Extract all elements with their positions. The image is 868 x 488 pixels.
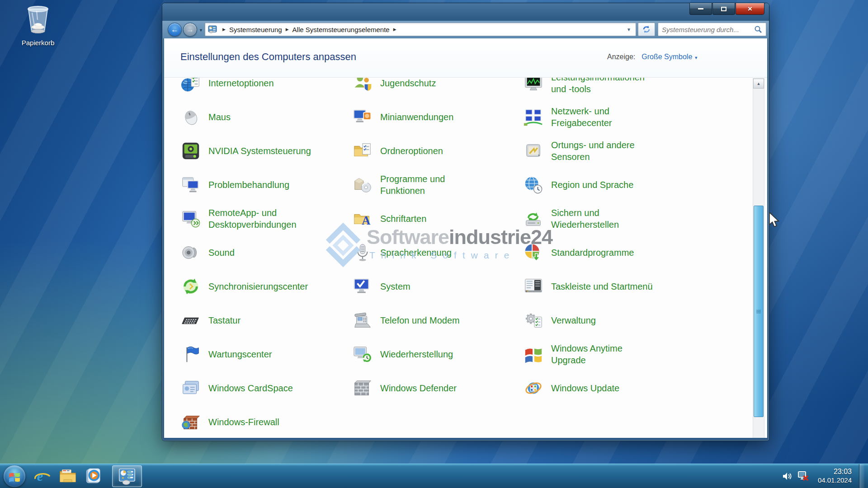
start-icon — [8, 469, 21, 483]
control-panel-item-label: Sichern und Wiederherstellen — [551, 207, 619, 230]
breadcrumb-segment[interactable]: Alle Systemsteuerungselemente — [292, 26, 390, 33]
control-panel-item[interactable]: Ortungs- und andere Sensoren — [523, 134, 767, 168]
control-panel-item[interactable]: Maus — [180, 100, 352, 134]
control-panel-item[interactable]: Windows CardSpace — [180, 371, 352, 405]
close-icon: × — [748, 5, 752, 13]
search-input[interactable] — [662, 26, 754, 33]
troubleshoot-icon — [180, 174, 201, 195]
control-panel-item[interactable]: Ordneroptionen — [352, 134, 523, 168]
control-panel-item-label: Region und Sprache — [551, 179, 633, 191]
sync-icon — [180, 276, 201, 297]
control-panel-item[interactable]: Leistungsinformationen und -tools — [523, 77, 767, 100]
taskbar-media-player[interactable] — [84, 465, 103, 487]
refresh-icon — [642, 25, 651, 34]
taskbar-internet-explorer[interactable]: e — [33, 465, 52, 487]
control-panel-item[interactable]: Sound — [180, 235, 352, 269]
control-panel-item[interactable]: Synchronisierungscenter — [180, 269, 352, 303]
recycle-bin[interactable]: Papierkorb — [17, 4, 59, 47]
minimize-button[interactable] — [689, 3, 712, 15]
recycle-bin-label: Papierkorb — [17, 39, 59, 47]
window-titlebar[interactable] — [162, 3, 769, 21]
network-icon — [523, 107, 544, 127]
breadcrumb-separator-icon: ▶ — [393, 27, 396, 32]
control-panel-item-label: Windows CardSpace — [208, 382, 293, 394]
control-panel-item[interactable]: Problembehandlung — [180, 168, 352, 202]
control-panel-item[interactable]: System — [352, 269, 523, 303]
control-panel-item[interactable]: NVIDIA Systemsteuerung — [180, 134, 352, 168]
control-panel-item-label: Verwaltung — [551, 314, 596, 326]
control-panel-item-label: System — [380, 281, 410, 292]
fonts-icon — [352, 208, 373, 229]
maximize-button[interactable] — [712, 3, 735, 15]
control-panel-item[interactable]: Internetoptionen — [180, 77, 352, 100]
network-disconnected-icon[interactable] — [797, 470, 810, 482]
control-panel-item[interactable]: Tastatur — [180, 303, 352, 337]
system-icon — [352, 276, 373, 297]
back-button[interactable]: ← — [168, 23, 182, 37]
desktop: Papierkorb × ← → ▼ ▶Systemsteuerung▶Alle… — [0, 0, 868, 488]
taskbar-active-control-panel[interactable] — [112, 465, 142, 487]
control-panel-item[interactable]: Verwaltung — [523, 303, 767, 337]
control-panel-item-label: Minianwendungen — [380, 111, 453, 123]
control-panel-item-label: Jugendschutz — [380, 77, 436, 89]
breadcrumb-segment[interactable]: Systemsteuerung — [229, 26, 282, 33]
maintenance-icon — [180, 344, 201, 365]
control-panel-item[interactable]: Sichern und Wiederherstellen — [523, 202, 767, 235]
taskbar-windows-explorer[interactable] — [58, 465, 77, 487]
control-panel-item[interactable]: RemoteApp- und Desktopverbindungen — [180, 202, 352, 235]
control-panel-item-label: Ortungs- und andere Sensoren — [551, 139, 635, 163]
internet-icon — [180, 77, 201, 94]
clock-time: 23:03 — [818, 467, 852, 476]
scrollbar-thumb[interactable] — [754, 206, 764, 417]
recycle-bin-icon — [23, 4, 53, 36]
history-dropdown[interactable]: ▼ — [199, 28, 203, 33]
control-panel-item[interactable]: Minianwendungen — [352, 100, 523, 134]
control-panel-item[interactable]: Wartungscenter — [180, 337, 352, 371]
windows-update-icon — [523, 378, 544, 399]
remoteapp-icon — [180, 208, 201, 229]
default-programs-icon — [523, 242, 544, 263]
control-panel-item[interactable]: Spracherkennung — [352, 235, 523, 269]
control-panel-item[interactable]: Windows Defender — [352, 371, 523, 405]
control-panel-item[interactable]: Windows Update — [523, 371, 767, 405]
speech-icon — [352, 242, 373, 263]
address-bar[interactable]: ▶Systemsteuerung▶Alle Systemsteuerungsel… — [205, 23, 636, 36]
forward-arrow-icon: → — [186, 26, 194, 33]
control-panel-window: × ← → ▼ ▶Systemsteuerung▶Alle Systemsteu… — [162, 3, 769, 441]
admin-tools-icon — [523, 310, 544, 331]
control-panel-item[interactable]: Taskleiste und Startmenü — [523, 269, 767, 303]
volume-icon[interactable] — [782, 471, 793, 482]
control-panel-item-label: Schriftarten — [380, 213, 426, 225]
control-panel-item[interactable]: Jugendschutz — [352, 77, 523, 100]
gadgets-icon — [352, 107, 373, 127]
control-panel-item[interactable]: Wiederherstellung — [352, 337, 523, 371]
mouse-icon — [180, 107, 201, 127]
media-player-icon — [85, 468, 102, 485]
sound-icon — [180, 242, 201, 263]
close-button[interactable]: × — [736, 3, 764, 15]
control-panel-item[interactable]: Netzwerk- und Freigabecenter — [523, 100, 767, 134]
control-panel-item-label: NVIDIA Systemsteuerung — [208, 145, 311, 157]
view-selector[interactable]: Große Symbole — [642, 53, 692, 61]
forward-button[interactable]: → — [183, 23, 197, 37]
svg-text:e: e — [37, 468, 43, 483]
control-panel-item[interactable]: Region und Sprache — [523, 168, 767, 202]
show-desktop-button[interactable] — [859, 464, 864, 488]
search-box — [658, 23, 766, 36]
control-panel-item[interactable]: Telefon und Modem — [352, 303, 523, 337]
control-panel-item[interactable]: Windows-Firewall — [180, 405, 352, 435]
control-panel-item[interactable]: Programme und Funktionen — [352, 168, 523, 202]
taskbar-clock[interactable]: 23:03 04.01.2024 — [818, 467, 852, 485]
address-dropdown-icon[interactable]: ▼ — [625, 27, 633, 32]
control-panel-item-label: Sound — [208, 247, 235, 258]
control-panel-item[interactable]: Standardprogramme — [523, 235, 767, 269]
view-dropdown-icon[interactable]: ▼ — [694, 56, 698, 60]
scrollbar: ▲ ▼ — [753, 78, 764, 438]
control-panel-item[interactable]: Schriftarten — [352, 202, 523, 235]
mouse-cursor — [769, 212, 782, 228]
windows-explorer-icon — [59, 468, 77, 485]
start-button[interactable] — [4, 465, 25, 487]
control-panel-item[interactable]: Windows Anytime Upgrade — [523, 337, 767, 371]
scroll-up-button[interactable]: ▲ — [753, 79, 764, 89]
refresh-button[interactable] — [638, 23, 655, 36]
